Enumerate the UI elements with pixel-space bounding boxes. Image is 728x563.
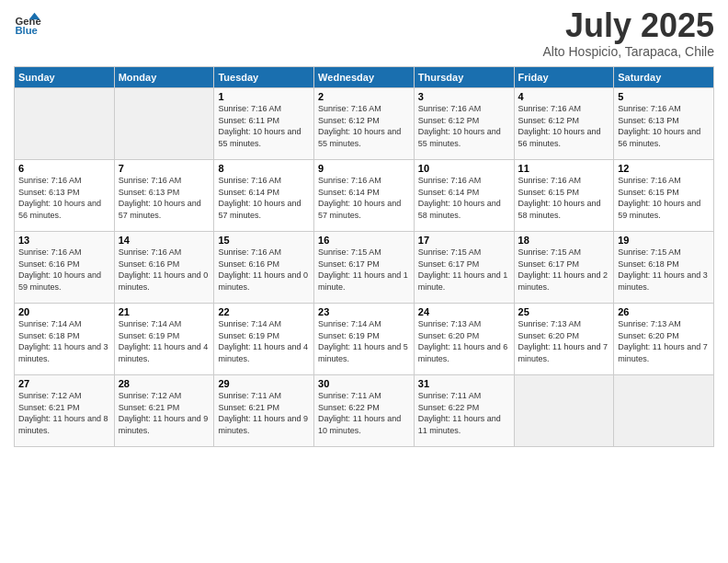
day-number: 4 xyxy=(518,91,610,102)
day-number: 23 xyxy=(318,306,410,317)
day-cell-28: 28Sunrise: 7:12 AM Sunset: 6:21 PM Dayli… xyxy=(114,375,214,447)
day-info: Sunrise: 7:16 AM Sunset: 6:14 PM Dayligh… xyxy=(318,175,410,221)
day-cell-11: 11Sunrise: 7:16 AM Sunset: 6:15 PM Dayli… xyxy=(514,160,614,232)
day-info: Sunrise: 7:16 AM Sunset: 6:11 PM Dayligh… xyxy=(218,103,310,149)
day-info: Sunrise: 7:12 AM Sunset: 6:21 PM Dayligh… xyxy=(119,390,210,436)
empty-cell xyxy=(114,88,214,160)
week-row-5: 27Sunrise: 7:12 AM Sunset: 6:21 PM Dayli… xyxy=(15,375,714,447)
day-number: 6 xyxy=(18,163,110,174)
day-cell-1: 1Sunrise: 7:16 AM Sunset: 6:11 PM Daylig… xyxy=(214,88,314,160)
day-info: Sunrise: 7:15 AM Sunset: 6:17 PM Dayligh… xyxy=(518,247,610,293)
day-number: 11 xyxy=(518,163,610,174)
header-friday: Friday xyxy=(514,67,614,88)
day-cell-9: 9Sunrise: 7:16 AM Sunset: 6:14 PM Daylig… xyxy=(314,160,415,232)
day-number: 10 xyxy=(418,163,510,174)
empty-cell xyxy=(614,375,714,447)
day-number: 7 xyxy=(119,163,210,174)
day-info: Sunrise: 7:13 AM Sunset: 6:20 PM Dayligh… xyxy=(618,318,710,364)
calendar-table: SundayMondayTuesdayWednesdayThursdayFrid… xyxy=(14,66,714,447)
day-info: Sunrise: 7:16 AM Sunset: 6:14 PM Dayligh… xyxy=(418,175,510,221)
day-number: 25 xyxy=(518,306,610,317)
week-row-2: 6Sunrise: 7:16 AM Sunset: 6:13 PM Daylig… xyxy=(15,160,714,232)
day-cell-30: 30Sunrise: 7:11 AM Sunset: 6:22 PM Dayli… xyxy=(314,375,415,447)
day-info: Sunrise: 7:13 AM Sunset: 6:20 PM Dayligh… xyxy=(418,318,510,364)
day-number: 19 xyxy=(618,235,710,246)
day-number: 31 xyxy=(418,378,510,389)
svg-text:Blue: Blue xyxy=(16,25,38,36)
day-number: 13 xyxy=(18,235,110,246)
day-number: 18 xyxy=(518,235,610,246)
day-info: Sunrise: 7:15 AM Sunset: 6:18 PM Dayligh… xyxy=(618,247,710,293)
day-info: Sunrise: 7:16 AM Sunset: 6:12 PM Dayligh… xyxy=(318,103,410,149)
calendar-subtitle: Alto Hospicio, Tarapaca, Chile xyxy=(542,44,714,59)
day-number: 5 xyxy=(618,91,710,102)
day-info: Sunrise: 7:16 AM Sunset: 6:12 PM Dayligh… xyxy=(418,103,510,149)
day-info: Sunrise: 7:13 AM Sunset: 6:20 PM Dayligh… xyxy=(518,318,610,364)
day-cell-18: 18Sunrise: 7:15 AM Sunset: 6:17 PM Dayli… xyxy=(514,232,614,304)
day-number: 17 xyxy=(418,235,510,246)
day-info: Sunrise: 7:11 AM Sunset: 6:21 PM Dayligh… xyxy=(218,390,310,436)
day-number: 28 xyxy=(119,378,210,389)
day-info: Sunrise: 7:14 AM Sunset: 6:19 PM Dayligh… xyxy=(218,318,310,364)
day-info: Sunrise: 7:16 AM Sunset: 6:13 PM Dayligh… xyxy=(18,175,110,221)
header-saturday: Saturday xyxy=(614,67,714,88)
day-info: Sunrise: 7:14 AM Sunset: 6:18 PM Dayligh… xyxy=(18,318,110,364)
days-header-row: SundayMondayTuesdayWednesdayThursdayFrid… xyxy=(15,67,714,88)
header-thursday: Thursday xyxy=(414,67,514,88)
empty-cell xyxy=(514,375,614,447)
header-wednesday: Wednesday xyxy=(314,67,415,88)
day-cell-29: 29Sunrise: 7:11 AM Sunset: 6:21 PM Dayli… xyxy=(214,375,314,447)
calendar-title: July 2025 xyxy=(542,9,714,42)
day-number: 16 xyxy=(318,235,410,246)
day-info: Sunrise: 7:16 AM Sunset: 6:13 PM Dayligh… xyxy=(618,103,710,149)
day-cell-19: 19Sunrise: 7:15 AM Sunset: 6:18 PM Dayli… xyxy=(614,232,714,304)
day-number: 27 xyxy=(18,378,110,389)
day-cell-13: 13Sunrise: 7:16 AM Sunset: 6:16 PM Dayli… xyxy=(15,232,115,304)
day-cell-24: 24Sunrise: 7:13 AM Sunset: 6:20 PM Dayli… xyxy=(414,304,514,375)
day-number: 22 xyxy=(218,306,310,317)
day-number: 20 xyxy=(18,306,110,317)
header-sunday: Sunday xyxy=(15,67,115,88)
day-cell-2: 2Sunrise: 7:16 AM Sunset: 6:12 PM Daylig… xyxy=(314,88,415,160)
title-block: July 2025 Alto Hospicio, Tarapaca, Chile xyxy=(542,9,714,59)
day-info: Sunrise: 7:16 AM Sunset: 6:16 PM Dayligh… xyxy=(18,247,110,293)
day-info: Sunrise: 7:16 AM Sunset: 6:15 PM Dayligh… xyxy=(618,175,710,221)
day-info: Sunrise: 7:11 AM Sunset: 6:22 PM Dayligh… xyxy=(318,390,410,436)
day-number: 9 xyxy=(318,163,410,174)
day-number: 24 xyxy=(418,306,510,317)
day-number: 12 xyxy=(618,163,710,174)
day-cell-25: 25Sunrise: 7:13 AM Sunset: 6:20 PM Dayli… xyxy=(514,304,614,375)
day-cell-21: 21Sunrise: 7:14 AM Sunset: 6:19 PM Dayli… xyxy=(114,304,214,375)
day-info: Sunrise: 7:11 AM Sunset: 6:22 PM Dayligh… xyxy=(418,390,510,436)
day-cell-31: 31Sunrise: 7:11 AM Sunset: 6:22 PM Dayli… xyxy=(414,375,514,447)
day-info: Sunrise: 7:15 AM Sunset: 6:17 PM Dayligh… xyxy=(418,247,510,293)
day-cell-27: 27Sunrise: 7:12 AM Sunset: 6:21 PM Dayli… xyxy=(15,375,115,447)
day-number: 1 xyxy=(218,91,310,102)
day-number: 30 xyxy=(318,378,410,389)
day-cell-15: 15Sunrise: 7:16 AM Sunset: 6:16 PM Dayli… xyxy=(214,232,314,304)
day-cell-5: 5Sunrise: 7:16 AM Sunset: 6:13 PM Daylig… xyxy=(614,88,714,160)
day-info: Sunrise: 7:16 AM Sunset: 6:16 PM Dayligh… xyxy=(218,247,310,293)
day-number: 3 xyxy=(418,91,510,102)
day-cell-20: 20Sunrise: 7:14 AM Sunset: 6:18 PM Dayli… xyxy=(15,304,115,375)
week-row-1: 1Sunrise: 7:16 AM Sunset: 6:11 PM Daylig… xyxy=(15,88,714,160)
day-cell-26: 26Sunrise: 7:13 AM Sunset: 6:20 PM Dayli… xyxy=(614,304,714,375)
header-tuesday: Tuesday xyxy=(214,67,314,88)
day-cell-8: 8Sunrise: 7:16 AM Sunset: 6:14 PM Daylig… xyxy=(214,160,314,232)
day-cell-14: 14Sunrise: 7:16 AM Sunset: 6:16 PM Dayli… xyxy=(114,232,214,304)
day-cell-16: 16Sunrise: 7:15 AM Sunset: 6:17 PM Dayli… xyxy=(314,232,415,304)
day-info: Sunrise: 7:16 AM Sunset: 6:14 PM Dayligh… xyxy=(218,175,310,221)
day-info: Sunrise: 7:16 AM Sunset: 6:12 PM Dayligh… xyxy=(518,103,610,149)
day-number: 26 xyxy=(618,306,710,317)
day-number: 8 xyxy=(218,163,310,174)
logo: General Blue xyxy=(14,9,41,37)
day-info: Sunrise: 7:14 AM Sunset: 6:19 PM Dayligh… xyxy=(318,318,410,364)
day-info: Sunrise: 7:15 AM Sunset: 6:17 PM Dayligh… xyxy=(318,247,410,293)
day-cell-23: 23Sunrise: 7:14 AM Sunset: 6:19 PM Dayli… xyxy=(314,304,415,375)
week-row-4: 20Sunrise: 7:14 AM Sunset: 6:18 PM Dayli… xyxy=(15,304,714,375)
logo-icon: General Blue xyxy=(14,9,41,37)
day-number: 15 xyxy=(218,235,310,246)
day-cell-3: 3Sunrise: 7:16 AM Sunset: 6:12 PM Daylig… xyxy=(414,88,514,160)
day-cell-12: 12Sunrise: 7:16 AM Sunset: 6:15 PM Dayli… xyxy=(614,160,714,232)
day-cell-17: 17Sunrise: 7:15 AM Sunset: 6:17 PM Dayli… xyxy=(414,232,514,304)
